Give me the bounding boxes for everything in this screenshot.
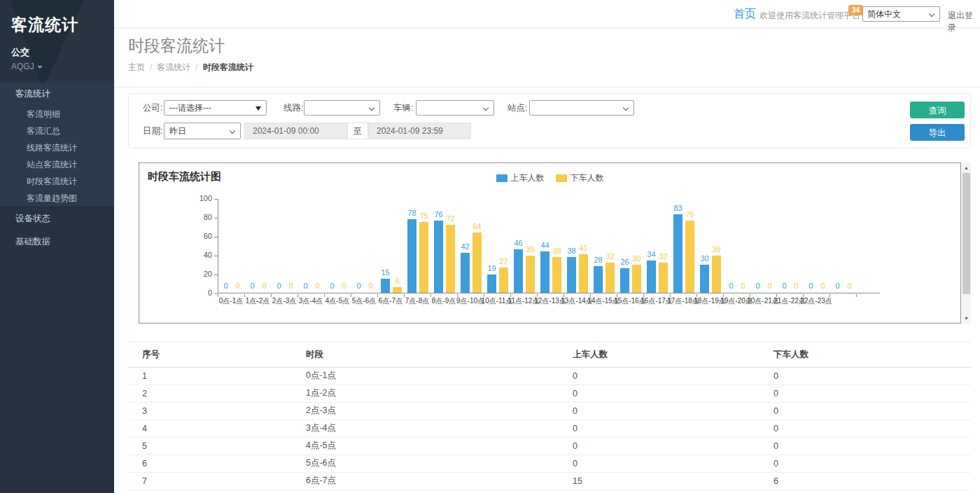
table-cell: 3点-4点	[292, 419, 559, 437]
bar-alighting	[446, 225, 455, 293]
bar-boarding	[461, 253, 470, 293]
sidebar-subitem[interactable]: 客流汇总	[0, 123, 114, 139]
table-cell: 6点-7点	[292, 472, 559, 489]
sidebar-item-device-status[interactable]: 设备状态	[0, 207, 114, 230]
legend-item-alighting: 下车人数	[556, 172, 604, 184]
table-cell: 15	[559, 472, 760, 489]
x-axis-tick	[776, 294, 777, 297]
export-button[interactable]: 导出	[910, 124, 965, 141]
sidebar-subitem[interactable]: 客流明细	[0, 106, 114, 123]
col-header-alighting: 下车人数	[760, 342, 971, 367]
bar-group: 1927	[484, 198, 511, 293]
legend-label-boarding: 上车人数	[511, 172, 545, 184]
org-code-dropdown[interactable]: AQGJ	[11, 62, 114, 71]
y-axis-label: 0	[186, 289, 212, 297]
x-axis-label: 2点-3点	[272, 296, 296, 306]
sidebar-subitem[interactable]: 客流量趋势图	[0, 190, 114, 207]
chevron-down-icon	[623, 105, 629, 111]
x-axis-tick	[830, 294, 830, 297]
x-axis-label: 7点-8点	[405, 296, 429, 306]
vehicle-select[interactable]	[416, 100, 494, 116]
chevron-down-icon	[230, 128, 235, 134]
breadcrumb-home[interactable]: 主页	[128, 62, 145, 72]
chart-legend: 上车人数 下车人数	[139, 172, 960, 184]
bar-group: 3432	[644, 198, 671, 293]
bar-group: 2630	[617, 198, 644, 293]
scroll-up-icon[interactable]: ▲	[962, 163, 971, 172]
table-row: 65点-6点00	[128, 454, 971, 472]
table-cell: 0	[559, 454, 760, 472]
table-cell: 3	[128, 402, 292, 419]
x-axis-tick	[218, 294, 218, 297]
breadcrumb-passenger-stats[interactable]: 客流统计	[157, 62, 190, 72]
date-from-input[interactable]: 2024-01-09 00:00	[244, 123, 347, 139]
x-axis-tick	[643, 294, 644, 297]
legend-swatch-alighting	[556, 174, 567, 182]
table-row: 21点-2点00	[128, 384, 971, 402]
table-cell: 0	[559, 437, 760, 454]
col-header-index: 序号	[128, 342, 292, 367]
bar-group: 8376	[671, 198, 697, 293]
notification-badge: 34	[848, 5, 863, 15]
sidebar-item-passenger-stats[interactable]: 客流统计	[0, 83, 114, 106]
station-select[interactable]	[529, 100, 634, 116]
bar-group: 4438	[538, 198, 564, 293]
bar-boarding	[620, 268, 629, 293]
y-axis-label: 20	[186, 270, 212, 278]
bar-group: 00	[724, 198, 750, 293]
language-select[interactable]: 简体中文	[862, 6, 940, 22]
bar-boarding	[673, 214, 682, 293]
company-value: ---请选择---	[169, 103, 211, 113]
page-title: 时段客流统计	[128, 35, 225, 57]
sidebar-subitem[interactable]: 线路客流统计	[0, 139, 114, 156]
x-axis-tick	[271, 294, 272, 297]
chart-box: 时段车流统计图 上车人数 下车人数 0000000000001567875767…	[139, 162, 961, 324]
table-cell: 0	[760, 367, 971, 384]
bar-group: 00	[298, 198, 325, 293]
x-axis-tick	[430, 294, 431, 297]
sidebar-item-base-data[interactable]: 基础数据	[0, 230, 114, 254]
home-link[interactable]: 首页	[734, 7, 756, 22]
x-axis-label: 6点-7点	[379, 296, 402, 306]
bar-group: 7875	[405, 198, 431, 293]
bar-boarding	[514, 249, 523, 293]
company-label: 公司:	[143, 100, 162, 116]
table-cell: 0	[559, 419, 760, 437]
table-row: 54点-5点00	[128, 437, 971, 454]
company-select[interactable]: ---请选择---	[164, 100, 267, 116]
date-to-input[interactable]: 2024-01-09 23:59	[368, 123, 471, 139]
table-cell: 6	[128, 454, 292, 472]
date-preset-select[interactable]: 昨日	[164, 123, 241, 139]
bar-alighting	[499, 268, 508, 293]
bar-alighting	[526, 256, 535, 293]
bar-group: 00	[218, 198, 245, 293]
chevron-down-icon	[483, 105, 489, 111]
sidebar-subitem[interactable]: 时段客流统计	[0, 173, 114, 190]
line-select[interactable]	[304, 100, 380, 116]
sidebar-subitem[interactable]: 站点客流统计	[0, 156, 114, 173]
bar-alighting	[606, 263, 615, 293]
logout-link[interactable]: 退出登录	[948, 10, 980, 34]
x-axis-tick	[324, 294, 325, 297]
scroll-down-icon[interactable]: ▼	[962, 314, 971, 323]
sidebar-group-passenger-stats: 客流统计 客流明细客流汇总线路客流统计站点客流统计时段客流统计客流量趋势图	[0, 83, 114, 207]
vertical-scrollbar[interactable]: ▲ ▼	[962, 162, 971, 324]
sidebar: 客流统计 公交 AQGJ 客流统计 客流明细客流汇总线路客流统计站点客流统计时段…	[0, 0, 114, 493]
app-logo: 客流统计	[11, 14, 114, 36]
y-axis-tick	[214, 275, 218, 275]
query-button[interactable]: 查询	[910, 102, 965, 118]
bar-group: 3039	[697, 198, 724, 293]
bar-group: 00	[777, 198, 804, 293]
x-axis-label: 9点-10点	[456, 296, 484, 306]
x-axis-tick	[537, 294, 538, 297]
x-axis-tick	[856, 294, 857, 297]
y-axis-label: 60	[186, 232, 212, 240]
x-axis-label: 4点-5点	[326, 296, 349, 306]
breadcrumb-separator: /	[195, 62, 197, 72]
scrollbar-thumb[interactable]	[962, 173, 970, 294]
table-row: 76点-7点156	[128, 472, 971, 489]
x-axis-tick	[298, 294, 298, 297]
chevron-down-icon	[369, 105, 374, 111]
bar-group: 00	[351, 198, 378, 293]
bar-group: 00	[325, 198, 351, 293]
